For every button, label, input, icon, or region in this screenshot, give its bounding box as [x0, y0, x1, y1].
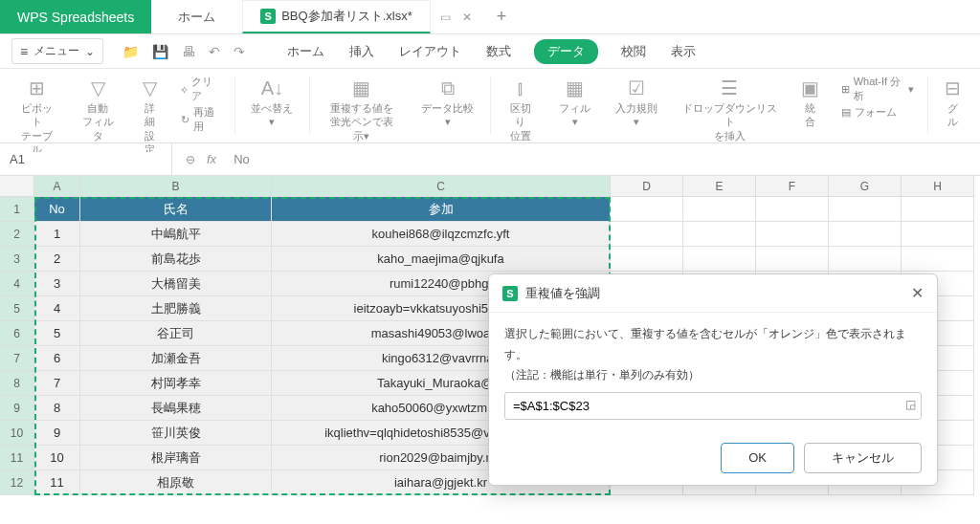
row-header[interactable]: 3: [0, 247, 34, 272]
cell[interactable]: [683, 197, 756, 222]
col-header-a[interactable]: A: [34, 176, 80, 197]
header-cell-attend[interactable]: 参加: [272, 197, 611, 222]
form-button[interactable]: ▤フォーム: [841, 105, 914, 120]
col-header-d[interactable]: D: [611, 176, 683, 197]
tab-layout[interactable]: レイアウト: [397, 39, 463, 64]
range-input[interactable]: [504, 392, 922, 420]
cell-name[interactable]: 大橋留美: [80, 272, 272, 296]
name-box-input[interactable]: [10, 152, 162, 166]
cell[interactable]: [902, 197, 974, 222]
cell-no[interactable]: 11: [34, 470, 80, 495]
cell[interactable]: [683, 222, 756, 247]
close-icon[interactable]: ✕: [911, 284, 924, 302]
cell[interactable]: [611, 222, 683, 247]
cancel-button[interactable]: キャンセル: [804, 443, 922, 473]
cell-no[interactable]: 2: [34, 247, 80, 272]
cell[interactable]: [756, 247, 829, 272]
reapply-button[interactable]: ↻再適用: [181, 105, 221, 134]
cell[interactable]: [829, 197, 902, 222]
cell[interactable]: [756, 197, 829, 222]
cell[interactable]: [829, 247, 902, 272]
header-cell-no[interactable]: No: [34, 197, 80, 222]
cell[interactable]: [611, 247, 683, 272]
clear-filter-button[interactable]: ⟡クリア: [181, 75, 221, 103]
cell-no[interactable]: 7: [34, 371, 80, 396]
close-tab-icon[interactable]: ✕: [462, 11, 472, 24]
row-header[interactable]: 9: [0, 396, 34, 421]
row-header[interactable]: 12: [0, 470, 34, 495]
row-header[interactable]: 11: [0, 446, 34, 470]
row-header[interactable]: 8: [0, 371, 34, 396]
name-box[interactable]: [0, 143, 172, 175]
cell-name[interactable]: 根岸璃音: [80, 446, 272, 470]
cell-name[interactable]: 相原敬: [80, 470, 272, 495]
cell[interactable]: [902, 222, 974, 247]
ok-button[interactable]: OK: [721, 443, 794, 473]
select-all-corner[interactable]: [0, 176, 34, 197]
col-header-f[interactable]: F: [756, 176, 829, 197]
cell-no[interactable]: 9: [34, 421, 80, 446]
row-header[interactable]: 2: [0, 222, 34, 247]
row-header[interactable]: 6: [0, 321, 34, 346]
cell-name[interactable]: 笹川英俊: [80, 421, 272, 446]
home-tab[interactable]: ホーム: [151, 0, 242, 33]
row-header[interactable]: 10: [0, 421, 34, 446]
cell-no[interactable]: 10: [34, 446, 80, 470]
formula-bar-value[interactable]: No: [228, 152, 250, 166]
cell-name[interactable]: 土肥勝義: [80, 296, 272, 321]
header-cell-name[interactable]: 氏名: [80, 197, 272, 222]
add-tab-button[interactable]: +: [481, 0, 523, 33]
file-tab[interactable]: S BBQ参加者リスト.xlsx*: [242, 0, 431, 33]
fill-button[interactable]: ▦フィル▾: [548, 73, 602, 131]
cell-no[interactable]: 3: [34, 272, 80, 296]
window-restore-icon[interactable]: ▭: [440, 11, 451, 24]
cell-name[interactable]: 加瀬金吾: [80, 346, 272, 371]
col-header-b[interactable]: B: [80, 176, 272, 197]
tab-insert[interactable]: 挿入: [347, 39, 376, 64]
redo-icon[interactable]: ↷: [234, 44, 245, 59]
row-header[interactable]: 5: [0, 296, 34, 321]
cell[interactable]: [611, 197, 683, 222]
cell-no[interactable]: 4: [34, 296, 80, 321]
print-icon[interactable]: 🖶: [182, 44, 195, 59]
cell-mail[interactable]: kaho_maejima@qjkufa: [272, 247, 611, 272]
cell-no[interactable]: 6: [34, 346, 80, 371]
highlight-duplicates-button[interactable]: ▦重複する値を 蛍光ペンで表示▾: [316, 73, 408, 144]
cell[interactable]: [683, 247, 756, 272]
cell[interactable]: [829, 222, 902, 247]
text-to-columns-button[interactable]: ⫿区切り 位置: [497, 73, 545, 144]
dropdown-insert-button[interactable]: ☰ドロップダウンリスト を挿入: [672, 73, 788, 144]
col-header-g[interactable]: G: [829, 176, 902, 197]
row-header[interactable]: 7: [0, 346, 34, 371]
tab-view[interactable]: 表示: [669, 39, 698, 64]
tab-data[interactable]: データ: [534, 39, 598, 64]
cell-mail[interactable]: kouhei868@ilqzcmzfc.yft: [272, 222, 611, 247]
col-header-c[interactable]: C: [272, 176, 611, 197]
group-button[interactable]: ⊟グル: [934, 73, 972, 131]
whatif-button[interactable]: ⊞What-If 分析▾: [841, 75, 914, 103]
zoom-out-icon[interactable]: ⊖: [186, 153, 195, 166]
auto-filter-button[interactable]: ▽自動 フィルタ: [69, 73, 126, 144]
cell-name[interactable]: 長嶋果穂: [80, 396, 272, 421]
menu-button[interactable]: メニュー ⌄: [11, 38, 103, 64]
range-picker-icon[interactable]: ◲: [905, 395, 916, 416]
cell-name[interactable]: 中嶋航平: [80, 222, 272, 247]
row-header[interactable]: 4: [0, 272, 34, 296]
validation-button[interactable]: ☑入力規則▾: [605, 73, 668, 131]
sort-button[interactable]: A↓並べ替え▾: [240, 73, 303, 131]
fx-icon[interactable]: fx: [207, 152, 216, 166]
cell[interactable]: [902, 247, 974, 272]
tab-home[interactable]: ホーム: [285, 39, 326, 64]
cell-no[interactable]: 8: [34, 396, 80, 421]
cell-name[interactable]: 谷正司: [80, 321, 272, 346]
col-header-h[interactable]: H: [902, 176, 974, 197]
cell-no[interactable]: 1: [34, 222, 80, 247]
open-icon[interactable]: 📁: [122, 44, 139, 59]
row-header[interactable]: 1: [0, 197, 34, 222]
cell-name[interactable]: 村岡孝幸: [80, 371, 272, 396]
col-header-e[interactable]: E: [683, 176, 756, 197]
undo-icon[interactable]: ↶: [209, 44, 220, 59]
tab-formulas[interactable]: 数式: [484, 39, 513, 64]
data-compare-button[interactable]: ⧉データ比較▾: [412, 73, 484, 131]
cell-name[interactable]: 前島花歩: [80, 247, 272, 272]
